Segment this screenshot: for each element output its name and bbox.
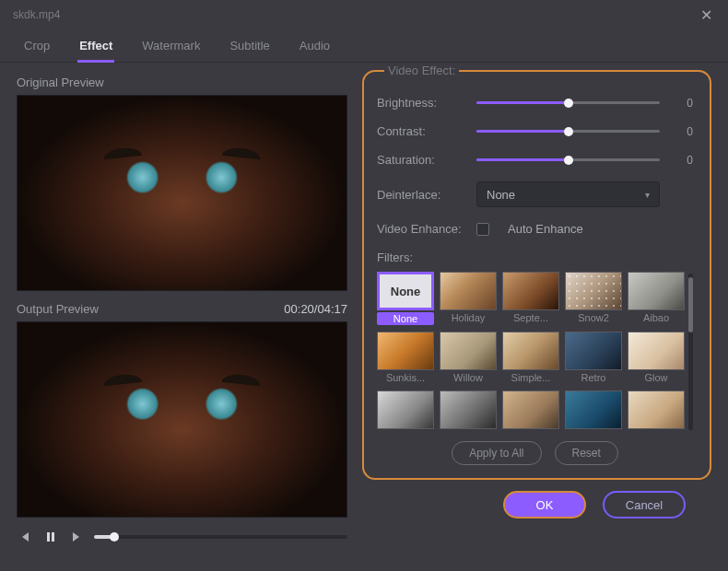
filter-thumb (440, 332, 497, 370)
saturation-slider[interactable] (476, 158, 660, 161)
filter-thumb (440, 390, 497, 429)
transport-bar (17, 529, 347, 545)
video-enhance-label: Video Enhance: (377, 222, 465, 236)
filter-item[interactable]: Septe... (502, 272, 559, 326)
filter-item[interactable] (502, 390, 559, 430)
svg-rect-0 (47, 532, 50, 542)
panel-title: Video Effect: (384, 64, 459, 77)
output-preview-label: Output Preview (17, 302, 99, 316)
window-title: skdk.mp4 (13, 8, 60, 21)
tab-effect[interactable]: Effect (77, 33, 114, 62)
tab-subtitle[interactable]: Subtitle (228, 33, 271, 62)
playback-progress[interactable] (94, 535, 347, 539)
ok-button[interactable]: OK (503, 491, 586, 519)
filter-thumb (440, 272, 497, 310)
tab-watermark[interactable]: Watermark (140, 33, 202, 62)
filter-item[interactable] (628, 390, 685, 430)
filter-thumb (565, 272, 622, 310)
filter-item[interactable]: Snow2 (565, 272, 622, 326)
filter-thumb (502, 332, 559, 370)
output-preview (17, 321, 347, 518)
filter-thumb (377, 390, 434, 429)
filters-scrollbar[interactable] (688, 274, 693, 430)
prev-frame-button[interactable] (17, 529, 33, 545)
svg-rect-1 (52, 532, 54, 542)
video-effect-panel: Video Effect: Brightness: 0 Contrast: 0 … (362, 70, 711, 480)
filter-label: Septe... (502, 312, 559, 323)
filter-thumb (502, 272, 559, 310)
filter-label: None (377, 312, 434, 325)
filter-item[interactable]: NoneNone (377, 272, 434, 326)
filter-label: Retro (565, 372, 622, 383)
brightness-value: 0 (671, 97, 693, 110)
pause-button[interactable] (42, 529, 59, 545)
filter-thumb (502, 390, 559, 429)
filter-label: Willow (440, 372, 497, 383)
chevron-down-icon: ▾ (645, 190, 650, 200)
auto-enhance-text: Auto Enhance (508, 222, 583, 236)
saturation-value: 0 (671, 154, 693, 167)
filter-label: Aibao (628, 312, 685, 323)
auto-enhance-checkbox[interactable] (476, 223, 489, 236)
deinterlace-value: None (487, 188, 515, 202)
cancel-button[interactable]: Cancel (603, 491, 686, 519)
filter-item[interactable] (565, 390, 622, 430)
filter-thumb (565, 332, 622, 370)
filter-label: Holiday (440, 312, 497, 323)
filters-label: Filters: (377, 251, 693, 264)
filter-item[interactable]: Simple... (502, 332, 559, 384)
tab-crop[interactable]: Crop (22, 33, 52, 62)
filter-thumb (628, 272, 685, 310)
contrast-value: 0 (671, 125, 693, 138)
filter-item[interactable] (377, 390, 434, 430)
apply-to-all-button[interactable]: Apply to All (452, 441, 541, 465)
deinterlace-select[interactable]: None ▾ (476, 181, 660, 207)
filter-label: Glow (628, 372, 685, 383)
filter-item[interactable]: Retro (565, 332, 622, 384)
filter-label: Snow2 (565, 312, 622, 323)
original-preview-label: Original Preview (17, 76, 347, 89)
tab-bar: Crop Effect Watermark Subtitle Audio (0, 28, 728, 63)
saturation-label: Saturation: (377, 153, 465, 167)
filter-thumb (565, 390, 622, 429)
contrast-slider[interactable] (476, 130, 660, 133)
filter-thumb (628, 332, 685, 370)
close-icon[interactable]: ✕ (697, 6, 715, 24)
brightness-label: Brightness: (377, 96, 465, 110)
filter-item[interactable]: Glow (628, 332, 685, 384)
brightness-slider[interactable] (476, 101, 660, 104)
filter-item[interactable]: Holiday (440, 272, 497, 326)
deinterlace-label: Deinterlace: (377, 188, 465, 202)
filter-label: Sunkis... (377, 372, 434, 383)
filter-thumb (377, 332, 434, 370)
filter-item[interactable]: Aibao (628, 272, 685, 326)
filter-item[interactable]: Willow (440, 332, 497, 384)
timecode: 00:20/04:17 (284, 302, 347, 316)
filter-thumb (628, 390, 685, 429)
filter-grid: NoneNoneHolidaySepte...Snow2AibaoSunkis.… (377, 272, 685, 430)
contrast-label: Contrast: (377, 124, 465, 138)
filter-item[interactable]: Sunkis... (377, 332, 434, 384)
tab-audio[interactable]: Audio (298, 33, 332, 62)
reset-button[interactable]: Reset (555, 441, 618, 465)
filter-item[interactable] (440, 390, 497, 430)
original-preview (17, 95, 347, 291)
filter-thumb: None (377, 272, 434, 310)
next-frame-button[interactable] (68, 529, 85, 545)
filter-label: Simple... (502, 372, 559, 383)
